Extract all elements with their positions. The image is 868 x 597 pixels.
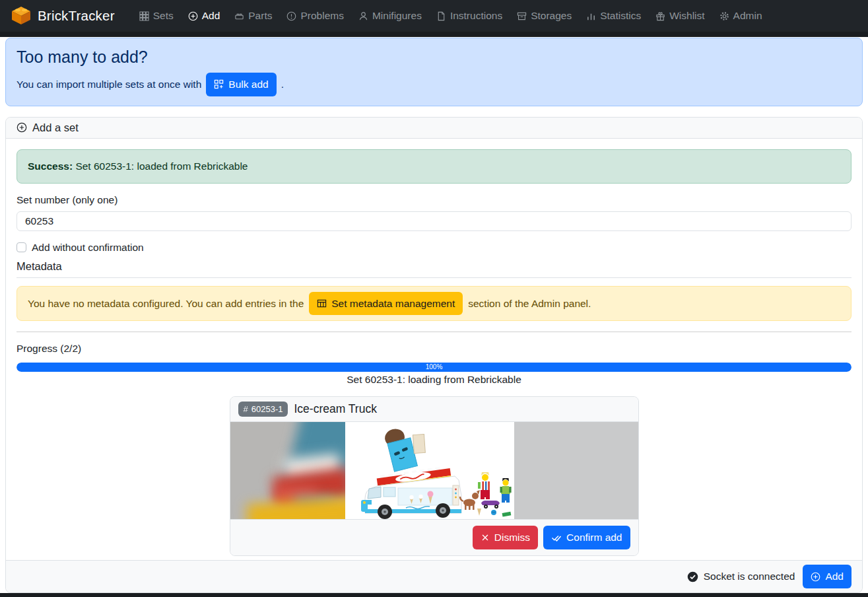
divider: [17, 332, 851, 332]
add-set-card-body: Success: Set 60253-1: loaded from Rebric…: [6, 139, 862, 561]
main-content: Too many to add? You can import multiple…: [0, 37, 868, 593]
nav-item-admin[interactable]: Admin: [712, 5, 770, 27]
box-icon: [517, 11, 527, 21]
nav-label: Sets: [153, 10, 174, 22]
metadata-heading: Metadata: [17, 260, 851, 278]
plus-circle-icon: [188, 11, 198, 21]
metadata-warning-alert: You have no metadata configured. You can…: [17, 286, 851, 322]
add-without-confirmation-label[interactable]: Add without confirmation: [32, 242, 144, 254]
plus-circle-icon: [17, 122, 27, 133]
set-preview-footer: Dismiss Confirm add: [230, 519, 638, 555]
nav-item-storages[interactable]: Storages: [510, 5, 579, 27]
set-preview-card: # 60253-1 Ice-cream Truck: [230, 396, 639, 556]
nav-item-statistics[interactable]: Statistics: [579, 5, 648, 27]
success-prefix: Success:: [28, 160, 73, 172]
x-icon: [481, 533, 490, 542]
confirm-add-button[interactable]: Confirm add: [543, 526, 630, 549]
progress-bar-track: 100%: [17, 363, 851, 372]
grid-icon: [139, 11, 149, 21]
nav-item-wishlist[interactable]: Wishlist: [648, 5, 712, 27]
gear-icon: [719, 11, 729, 21]
badge-number: 60253-1: [251, 404, 283, 414]
set-metadata-management-button[interactable]: Set metadata management: [309, 292, 463, 316]
metadata-text-before: You have no metadata configured. You can…: [28, 298, 304, 310]
socket-status: Socket is connected: [687, 571, 795, 582]
table-icon: [317, 298, 327, 308]
progress-status: Set 60253-1: loading from Rebrickable: [17, 374, 851, 386]
nav-item-instructions[interactable]: Instructions: [429, 5, 510, 27]
nav-item-parts[interactable]: Parts: [227, 5, 279, 27]
set-title: Ice-cream Truck: [294, 402, 376, 416]
exclamation-circle-icon: [286, 11, 296, 21]
nav-label: Storages: [531, 10, 572, 22]
nav-label: Problems: [300, 10, 343, 22]
page-footer: Socket is connected Add: [6, 560, 862, 592]
brand-title: BrickTracker: [38, 8, 115, 24]
success-text: Set 60253-1: loaded from Rebrickable: [75, 160, 248, 172]
progress-bar: 100%: [17, 363, 851, 372]
nav-item-problems[interactable]: Problems: [279, 5, 351, 27]
progress-label: Progress (2/2): [17, 343, 851, 355]
ice-cream-truck-image: [345, 422, 514, 519]
dismiss-button[interactable]: Dismiss: [473, 526, 538, 549]
set-image: [345, 422, 514, 519]
info-alert-text: You can import multiple sets at once wit…: [17, 79, 201, 90]
brand[interactable]: BrickTracker: [11, 6, 115, 26]
hash-icon: #: [244, 404, 248, 414]
socket-status-text: Socket is connected: [704, 571, 795, 582]
set-number-input[interactable]: [17, 211, 851, 231]
bulk-add-info-alert: Too many to add? You can import multiple…: [5, 38, 863, 106]
previous-set-image-blurred: [230, 422, 345, 519]
navbar: BrickTracker Sets Add Parts Problems: [0, 0, 868, 32]
set-number-badge: # 60253-1: [238, 402, 288, 417]
gift-icon: [655, 11, 665, 21]
brand-logo-icon: [11, 6, 32, 26]
success-alert: Success: Set 60253-1: loaded from Rebric…: [17, 149, 851, 184]
nav-label: Admin: [733, 10, 762, 22]
nav-label: Add: [202, 10, 220, 22]
add-set-card-header: Add a set: [6, 118, 862, 139]
bulk-add-button[interactable]: Bulk add: [206, 73, 276, 96]
bar-chart-icon: [586, 11, 596, 21]
person-icon: [358, 11, 368, 21]
set-number-label: Set number (only one): [17, 194, 851, 206]
metadata-text-after: section of the Admin panel.: [468, 298, 591, 310]
nav-label: Statistics: [600, 10, 641, 22]
image-placeholder: [514, 422, 638, 519]
file-icon: [436, 11, 446, 21]
add-without-confirmation-checkbox[interactable]: [17, 242, 26, 252]
nav-label: Minifigures: [372, 10, 422, 22]
set-preview-header: # 60253-1 Ice-cream Truck: [230, 397, 638, 422]
plus-circle-icon: [811, 572, 820, 582]
nav-label: Parts: [248, 10, 272, 22]
nav-items: Sets Add Parts Problems Minifigures: [132, 5, 770, 27]
nav-item-sets[interactable]: Sets: [132, 5, 181, 27]
brick-icon: [234, 11, 244, 21]
add-set-card-title: Add a set: [32, 122, 79, 134]
info-alert-text-after: .: [281, 79, 284, 90]
check-all-icon: [551, 532, 562, 543]
nav-item-add[interactable]: Add: [181, 5, 228, 27]
nav-item-minifigures[interactable]: Minifigures: [351, 5, 429, 27]
bulk-add-grid-icon: [214, 79, 224, 89]
info-alert-title: Too many to add?: [17, 48, 851, 67]
nav-label: Wishlist: [669, 10, 704, 22]
add-set-card: Add a set Success: Set 60253-1: loaded f…: [5, 117, 863, 593]
nav-label: Instructions: [450, 10, 502, 22]
socket-connected-icon: [687, 571, 698, 582]
footer-add-button[interactable]: Add: [803, 565, 851, 588]
set-image-carousel: [230, 422, 638, 519]
